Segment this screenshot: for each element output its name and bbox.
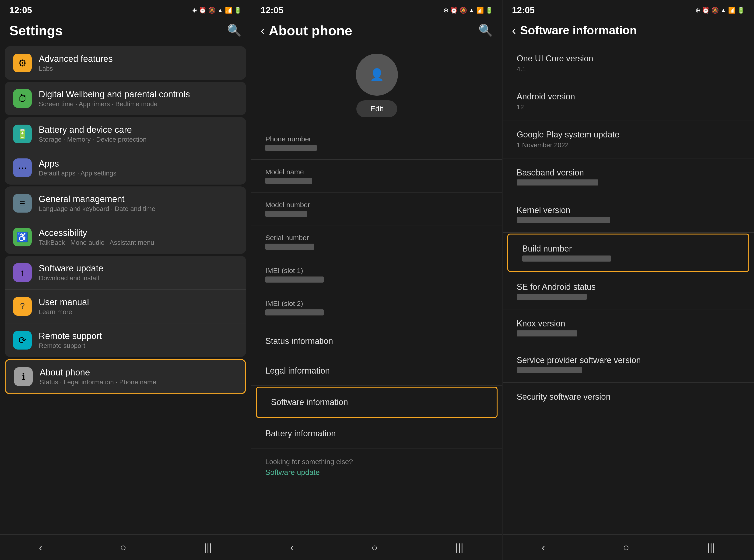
status-information-item[interactable]: Status information bbox=[251, 326, 502, 356]
software-update-subtitle: Download and install bbox=[39, 274, 238, 282]
search-icon[interactable]: 🔍 bbox=[227, 24, 241, 37]
about-phone-page-title: About phone bbox=[269, 23, 352, 38]
home-button-right[interactable]: ○ bbox=[623, 542, 629, 553]
settings-item-accessibility[interactable]: ♿ Accessibility TalkBack · Mono audio · … bbox=[5, 220, 246, 254]
back-button-right[interactable]: ‹ bbox=[542, 542, 545, 553]
nav-bar-left: ‹ ○ ||| bbox=[0, 534, 251, 560]
back-button-left[interactable]: ‹ bbox=[39, 542, 42, 553]
software-info-panel: 12:05 ⊕ ⏰ 🔕 ▲ 📶 🔋 ‹ Software information… bbox=[503, 0, 754, 560]
wellbeing-title: Digital Wellbeing and parental controls bbox=[39, 89, 238, 99]
software-top-bar: ‹ Software information bbox=[503, 19, 754, 42]
one-ui-version-label: One UI Core version bbox=[517, 54, 740, 63]
remote-support-title: Remote support bbox=[39, 331, 238, 341]
search-icon-middle[interactable]: 🔍 bbox=[478, 24, 493, 37]
software-info-list: One UI Core version 4.1 Android version … bbox=[503, 42, 754, 534]
general-section: ≡ General management Language and keyboa… bbox=[5, 186, 246, 254]
status-icons-symbols-right: ⊕ ⏰ 🔕 ▲ 📶 🔋 bbox=[695, 7, 745, 14]
security-software-item: Security software version bbox=[503, 383, 754, 413]
phone-number-item: Phone number bbox=[251, 127, 502, 160]
general-subtitle: Language and keyboard · Date and time bbox=[39, 205, 238, 213]
serial-number-value bbox=[265, 244, 314, 250]
imei2-label: IMEI (slot 2) bbox=[265, 300, 488, 307]
battery-section: 🔋 Battery and device care Storage · Memo… bbox=[5, 117, 246, 184]
back-icon-right[interactable]: ‹ bbox=[512, 24, 516, 37]
software-update-icon: ↑ bbox=[13, 263, 32, 282]
advanced-icon: ⚙ bbox=[13, 54, 32, 72]
settings-item-software-update[interactable]: ↑ Software update Download and install bbox=[5, 256, 246, 289]
settings-item-wellbeing[interactable]: ⏱ Digital Wellbeing and parental control… bbox=[5, 82, 246, 115]
software-section: ↑ Software update Download and install ?… bbox=[5, 256, 246, 357]
back-button-middle[interactable]: ‹ bbox=[290, 542, 294, 553]
apps-title: Apps bbox=[39, 159, 238, 169]
about-phone-header: 👤 Edit bbox=[251, 42, 502, 124]
battery-icon: 🔋 bbox=[13, 125, 32, 143]
general-title: General management bbox=[39, 194, 238, 204]
knox-version-label: Knox version bbox=[517, 319, 740, 328]
about-phone-section: ℹ About phone Status · Legal information… bbox=[5, 359, 246, 394]
about-phone-text: About phone Status · Legal information ·… bbox=[40, 367, 237, 386]
recents-button-left[interactable]: ||| bbox=[204, 542, 212, 553]
settings-item-about-phone[interactable]: ℹ About phone Status · Legal information… bbox=[6, 360, 245, 394]
kernel-item: Kernel version bbox=[503, 196, 754, 233]
serial-number-label: Serial number bbox=[265, 234, 488, 242]
battery-title: Battery and device care bbox=[39, 125, 238, 135]
status-icons-symbols: ⊕ ⏰ 🔕 ▲ 📶 🔋 bbox=[192, 7, 241, 14]
model-number-value bbox=[265, 211, 307, 217]
nav-bar-middle: ‹ ○ ||| bbox=[251, 534, 502, 560]
baseband-item: Baseband version bbox=[503, 158, 754, 196]
model-name-label: Model name bbox=[265, 168, 488, 176]
settings-item-user-manual[interactable]: ? User manual Learn more bbox=[5, 289, 246, 323]
legal-information-item[interactable]: Legal information bbox=[251, 356, 502, 386]
software-information-item[interactable]: Software information bbox=[256, 387, 498, 418]
recents-button-right[interactable]: ||| bbox=[707, 542, 715, 553]
status-icons-symbols-middle: ⊕ ⏰ 🔕 ▲ 📶 🔋 bbox=[443, 7, 493, 14]
looking-title: Looking for something else? bbox=[265, 458, 488, 466]
wellbeing-text: Digital Wellbeing and parental controls … bbox=[39, 89, 238, 108]
nav-bar-right: ‹ ○ ||| bbox=[503, 534, 754, 560]
apps-subtitle: Default apps · App settings bbox=[39, 169, 238, 177]
battery-information-item[interactable]: Battery information bbox=[251, 419, 502, 448]
user-manual-icon: ? bbox=[13, 297, 32, 316]
accessibility-title: Accessibility bbox=[39, 228, 238, 238]
settings-item-remote-support[interactable]: ⟳ Remote support Remote support bbox=[5, 323, 246, 357]
android-version-value: 12 bbox=[517, 103, 740, 111]
looking-section: Looking for something else? Software upd… bbox=[251, 448, 502, 479]
recents-button-middle[interactable]: ||| bbox=[455, 542, 463, 553]
advanced-section: ⚙ Advanced features Labs bbox=[5, 46, 246, 80]
edit-button[interactable]: Edit bbox=[356, 100, 397, 117]
settings-item-advanced[interactable]: ⚙ Advanced features Labs bbox=[5, 46, 246, 80]
settings-item-general[interactable]: ≡ General management Language and keyboa… bbox=[5, 186, 246, 220]
advanced-subtitle: Labs bbox=[39, 65, 238, 72]
user-manual-text: User manual Learn more bbox=[39, 297, 238, 316]
software-top-bar-left: ‹ Software information bbox=[512, 24, 637, 37]
back-icon-middle[interactable]: ‹ bbox=[261, 24, 265, 37]
se-android-value bbox=[517, 294, 587, 300]
time-middle: 12:05 bbox=[261, 5, 283, 15]
remote-support-subtitle: Remote support bbox=[39, 342, 238, 349]
home-button-left[interactable]: ○ bbox=[120, 542, 126, 553]
model-number-item: Model number bbox=[251, 193, 502, 225]
service-provider-label: Service provider software version bbox=[517, 355, 740, 365]
about-phone-icon: ℹ bbox=[14, 367, 33, 386]
settings-item-battery[interactable]: 🔋 Battery and device care Storage · Memo… bbox=[5, 117, 246, 151]
knox-version-item: Knox version bbox=[503, 309, 754, 346]
status-bar-right: 12:05 ⊕ ⏰ 🔕 ▲ 📶 🔋 bbox=[503, 0, 754, 19]
accessibility-text: Accessibility TalkBack · Mono audio · As… bbox=[39, 228, 238, 246]
home-button-middle[interactable]: ○ bbox=[371, 542, 378, 553]
advanced-title: Advanced features bbox=[39, 54, 238, 64]
model-name-item: Model name bbox=[251, 160, 502, 193]
phone-details-section: Phone number Model name Model number Ser… bbox=[251, 127, 502, 324]
settings-item-apps[interactable]: ⋯ Apps Default apps · App settings bbox=[5, 151, 246, 184]
software-update-link[interactable]: Software update bbox=[265, 468, 488, 477]
about-menu-section: Status information Legal information Sof… bbox=[251, 326, 502, 448]
apps-text: Apps Default apps · App settings bbox=[39, 159, 238, 177]
build-number-label: Build number bbox=[522, 244, 734, 254]
google-play-label: Google Play system update bbox=[517, 130, 740, 140]
one-ui-version-value: 4.1 bbox=[517, 65, 740, 73]
wellbeing-section: ⏱ Digital Wellbeing and parental control… bbox=[5, 82, 246, 115]
status-icons-left: ⊕ ⏰ 🔕 ▲ 📶 🔋 bbox=[192, 7, 241, 14]
phone-number-label: Phone number bbox=[265, 135, 488, 143]
imei2-item: IMEI (slot 2) bbox=[251, 291, 502, 324]
about-phone-avatar: 👤 bbox=[356, 54, 398, 96]
settings-top-bar: Settings 🔍 bbox=[0, 19, 251, 42]
